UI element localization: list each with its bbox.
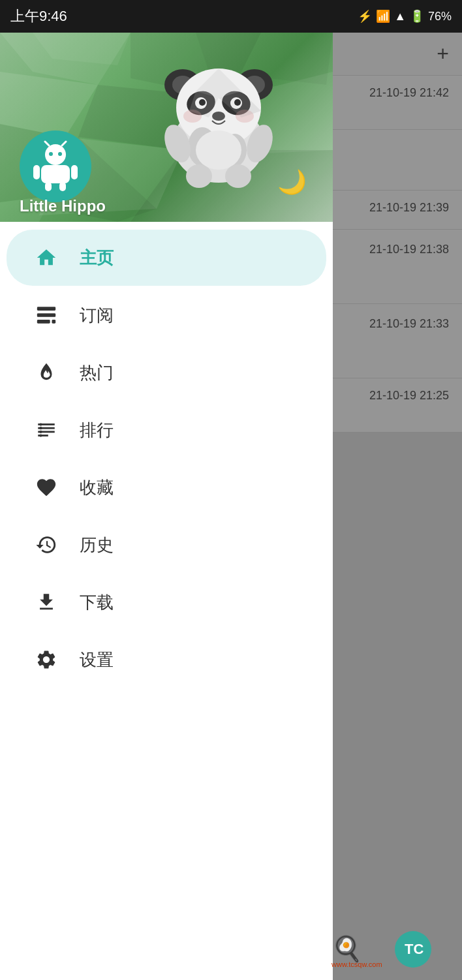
svg-rect-45 <box>45 182 52 191</box>
status-time: 上午9:46 <box>10 7 67 26</box>
svg-rect-46 <box>59 182 66 191</box>
hot-icon <box>33 359 60 386</box>
sidebar-item-home[interactable]: 主页 <box>7 230 326 286</box>
svg-point-57 <box>39 431 42 433</box>
svg-rect-50 <box>52 320 56 324</box>
subscribe-label: 订阅 <box>80 304 114 327</box>
battery-level: 76% <box>428 10 452 23</box>
navigation-drawer: Little Hippo 🌙 主页 订阅 <box>0 33 333 980</box>
settings-icon <box>33 646 60 673</box>
avatar[interactable] <box>20 130 91 202</box>
battery-icon: 🔋 <box>410 9 424 23</box>
drawer-banner: Little Hippo 🌙 <box>0 33 333 222</box>
svg-point-40 <box>49 152 53 156</box>
download-label: 下载 <box>80 591 114 614</box>
sidebar-item-hot[interactable]: 热门 <box>7 345 326 401</box>
sidebar-item-download[interactable]: 下载 <box>7 574 326 630</box>
svg-line-39 <box>62 142 66 145</box>
sidebar-item-settings[interactable]: 设置 <box>7 632 326 688</box>
username-label: Little Hippo <box>20 197 106 215</box>
svg-point-33 <box>225 164 251 188</box>
home-label: 主页 <box>80 247 114 269</box>
svg-rect-43 <box>33 165 40 179</box>
svg-point-32 <box>186 164 212 188</box>
svg-rect-48 <box>37 313 55 317</box>
drawer-overlay[interactable] <box>333 33 462 980</box>
watermark-svg: 🍳 TC www.tcsqw.com <box>328 925 452 970</box>
svg-point-29 <box>196 130 241 170</box>
rank-label: 排行 <box>80 419 114 442</box>
favorite-label: 收藏 <box>80 476 114 499</box>
signal-icon: 📶 <box>376 9 390 23</box>
sidebar-item-favorite[interactable]: 收藏 <box>7 459 326 515</box>
download-icon <box>33 589 60 616</box>
panda-svg <box>144 46 294 189</box>
svg-rect-44 <box>71 165 78 179</box>
svg-point-41 <box>58 152 62 156</box>
bluetooth-icon: ⚡ <box>358 9 372 23</box>
drawer-nav: 主页 订阅 热门 <box>0 222 333 980</box>
svg-text:www.tcsqw.com: www.tcsqw.com <box>331 960 382 968</box>
subscribe-icon <box>33 301 60 329</box>
wifi-icon: ▲ <box>394 10 406 23</box>
night-mode-icon[interactable]: 🌙 <box>277 168 307 196</box>
sidebar-item-subscribe[interactable]: 订阅 <box>7 287 326 343</box>
avatar-icon <box>29 140 82 192</box>
svg-rect-49 <box>37 320 50 324</box>
sidebar-item-history[interactable]: 历史 <box>7 517 326 573</box>
watermark: 🍳 TC www.tcsqw.com <box>325 921 455 973</box>
panda-illustration <box>104 46 333 189</box>
svg-point-56 <box>39 427 42 429</box>
status-bar: 上午9:46 ⚡ 📶 ▲ 🔋 76% <box>0 0 462 33</box>
history-icon <box>33 531 60 559</box>
sidebar-item-rank[interactable]: 排行 <box>7 402 326 458</box>
home-icon <box>33 244 60 271</box>
status-icons: ⚡ 📶 ▲ 🔋 76% <box>358 9 452 23</box>
hot-label: 热门 <box>80 361 114 384</box>
svg-point-55 <box>39 423 42 425</box>
svg-rect-42 <box>41 165 70 183</box>
history-label: 历史 <box>80 534 114 557</box>
favorite-icon <box>33 474 60 501</box>
svg-point-37 <box>45 144 66 165</box>
svg-point-24 <box>212 112 225 121</box>
rank-icon <box>33 416 60 444</box>
svg-text:TC: TC <box>405 941 424 957</box>
svg-line-38 <box>45 142 49 145</box>
settings-label: 设置 <box>80 649 114 671</box>
svg-point-58 <box>39 434 42 436</box>
svg-rect-47 <box>37 307 55 311</box>
svg-text:🍳: 🍳 <box>331 934 363 964</box>
